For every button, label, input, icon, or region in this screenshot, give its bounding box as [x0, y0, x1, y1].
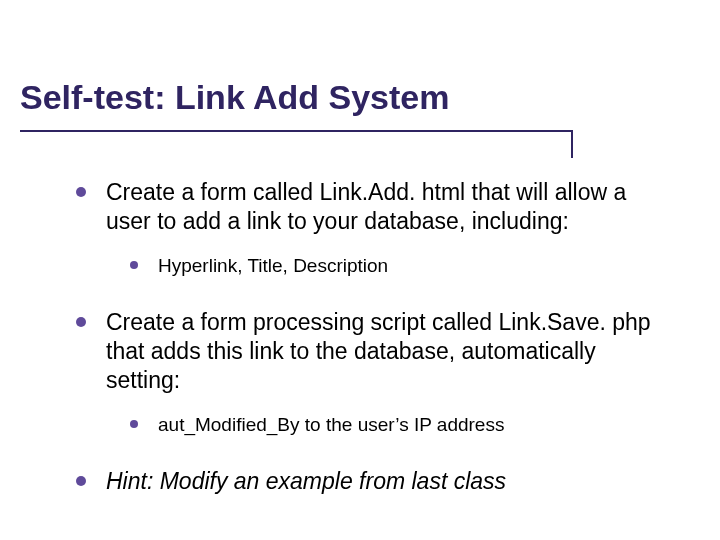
sub-bullet-list: Hyperlink, Title, Description — [106, 254, 675, 279]
bullet-item: Hint: Modify an example from last class — [70, 467, 675, 496]
bullet-text-hint: Hint: Modify an example from last class — [106, 468, 506, 494]
sub-bullet-text: Hyperlink, Title, Description — [158, 255, 388, 276]
title-tick — [571, 130, 573, 158]
sub-bullet-item: Hyperlink, Title, Description — [128, 254, 675, 279]
sub-bullet-list: aut_Modified_By to the user’s IP address — [106, 413, 675, 438]
bullet-list: Create a form called Link.Add. html that… — [70, 178, 675, 496]
bullet-item: Create a form processing script called L… — [70, 308, 675, 437]
sub-bullet-text: aut_Modified_By to the user’s IP address — [158, 414, 504, 435]
slide: Self-test: Link Add System Create a form… — [0, 0, 720, 540]
title-area: Self-test: Link Add System — [0, 0, 720, 123]
slide-title: Self-test: Link Add System — [20, 78, 700, 123]
slide-body: Create a form called Link.Add. html that… — [0, 123, 720, 496]
sub-bullet-item: aut_Modified_By to the user’s IP address — [128, 413, 675, 438]
bullet-text: Create a form processing script called L… — [106, 309, 651, 393]
bullet-text: Create a form called Link.Add. html that… — [106, 179, 626, 234]
bullet-item: Create a form called Link.Add. html that… — [70, 178, 675, 278]
title-underline — [20, 130, 572, 132]
